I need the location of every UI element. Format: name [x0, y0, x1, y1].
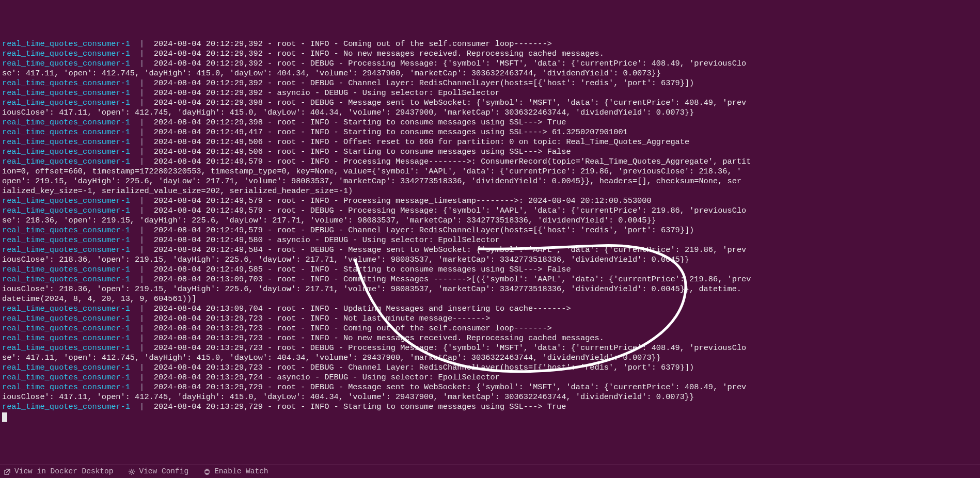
- timestamp: 2024-08-04 20:13:29,723: [154, 324, 263, 333]
- timestamp: 2024-08-04 20:12:49,417: [154, 128, 263, 137]
- log-message-continuation: iousClose': 417.11, 'open': 412.745, 'da…: [2, 392, 694, 402]
- log-message: Commiting Messages ------->[({'symbol': …: [343, 275, 751, 284]
- log-line: real_time_quotes_consumer-1 | 2024-08-04…: [2, 196, 978, 206]
- log-line: real_time_quotes_consumer-1 | 2024-08-04…: [2, 324, 978, 333]
- separator: |: [130, 245, 149, 254]
- service-name: real_time_quotes_consumer-1: [2, 402, 130, 411]
- log-line: real_time_quotes_consumer-1 | 2024-08-04…: [2, 157, 978, 167]
- log-message: Channel Layer: RedisChannelLayer(hosts=[…: [348, 363, 694, 372]
- logger-name: root: [277, 343, 296, 353]
- log-level: INFO: [310, 118, 329, 127]
- service-name: real_time_quotes_consumer-1: [2, 39, 130, 49]
- log-message: Coming out of the self.consumer loop----…: [343, 324, 552, 333]
- log-message-continuation: datetime(2024, 8, 4, 20, 13, 9, 604561))…: [2, 294, 196, 304]
- timestamp: 2024-08-04 20:13:29,729: [154, 383, 263, 392]
- log-level: DEBUG: [310, 226, 334, 235]
- log-message: Starting to consume messages using SSL--…: [343, 128, 628, 137]
- log-line: ion=0, offset=660, timestamp=17228023205…: [2, 167, 978, 177]
- separator: |: [130, 128, 149, 137]
- timestamp: 2024-08-04 20:12:29,398: [154, 118, 263, 127]
- log-line: se': 417.11, 'open': 412.745, 'dayHigh':…: [2, 69, 978, 78]
- log-line: real_time_quotes_consumer-1 | 2024-08-04…: [2, 206, 978, 216]
- log-line: real_time_quotes_consumer-1 | 2024-08-04…: [2, 343, 978, 353]
- service-name: real_time_quotes_consumer-1: [2, 78, 130, 88]
- log-line: real_time_quotes_consumer-1 | 2024-08-04…: [2, 118, 978, 128]
- log-level: DEBUG: [324, 373, 348, 382]
- logger-name: root: [277, 324, 296, 333]
- timestamp: 2024-08-04 20:13:29,723: [154, 343, 263, 353]
- log-message: Using selector: EpollSelector: [362, 88, 500, 98]
- log-message: Starting to consume messages using SSL--…: [343, 118, 566, 127]
- log-line: iousClose': 218.36, 'open': 219.15, 'day…: [2, 255, 978, 265]
- timestamp: 2024-08-04 20:13:29,729: [154, 402, 263, 411]
- service-name: real_time_quotes_consumer-1: [2, 265, 130, 274]
- logger-name: root: [277, 383, 296, 392]
- cursor: [2, 412, 7, 422]
- separator: |: [130, 402, 149, 411]
- log-level: INFO: [310, 137, 329, 147]
- log-message: Message sent to WebSocket: {'symbol': 'A…: [348, 245, 746, 254]
- service-name: real_time_quotes_consumer-1: [2, 88, 130, 98]
- separator: |: [130, 49, 149, 58]
- timestamp: 2024-08-04 20:13:29,723: [154, 333, 263, 343]
- timestamp: 2024-08-04 20:12:49,506: [154, 137, 263, 147]
- log-level: INFO: [310, 39, 329, 49]
- separator: |: [130, 78, 149, 88]
- enable-watch-label: Enable Watch: [214, 467, 268, 476]
- log-line: real_time_quotes_consumer-1 | 2024-08-04…: [2, 137, 978, 147]
- log-line: real_time_quotes_consumer-1 | 2024-08-04…: [2, 275, 978, 284]
- service-name: real_time_quotes_consumer-1: [2, 383, 130, 392]
- view-config-label: View Config: [139, 467, 188, 476]
- log-message: Coming out of the self.consumer loop----…: [343, 39, 552, 49]
- separator: |: [130, 343, 149, 353]
- log-line: real_time_quotes_consumer-1 | 2024-08-04…: [2, 49, 978, 59]
- log-line: real_time_quotes_consumer-1 | 2024-08-04…: [2, 373, 978, 383]
- log-level: DEBUG: [324, 88, 348, 98]
- separator: |: [130, 373, 149, 382]
- timestamp: 2024-08-04 20:12:49,579: [154, 157, 263, 166]
- timestamp: 2024-08-04 20:12:49,579: [154, 206, 263, 215]
- log-line: real_time_quotes_consumer-1 | 2024-08-04…: [2, 245, 978, 255]
- log-line: real_time_quotes_consumer-1 | 2024-08-04…: [2, 88, 978, 98]
- terminal-log-output[interactable]: real_time_quotes_consumer-1 | 2024-08-04…: [0, 39, 980, 422]
- external-link-icon: [3, 468, 11, 476]
- log-level: INFO: [310, 324, 329, 333]
- service-name: real_time_quotes_consumer-1: [2, 314, 130, 323]
- log-level: DEBUG: [310, 98, 334, 107]
- separator: |: [130, 383, 149, 392]
- service-name: real_time_quotes_consumer-1: [2, 226, 130, 235]
- separator: |: [130, 196, 149, 205]
- service-name: real_time_quotes_consumer-1: [2, 343, 130, 353]
- view-config-button[interactable]: View Config: [128, 467, 188, 476]
- timestamp: 2024-08-04 20:12:49,584: [154, 245, 263, 254]
- timestamp: 2024-08-04 20:12:29,392: [154, 59, 263, 68]
- log-level: DEBUG: [310, 206, 334, 215]
- log-message: Processing Message-------->: ConsumerRec…: [343, 157, 751, 166]
- separator: |: [130, 157, 149, 166]
- log-message: Processing Message: {'symbol': 'AAPL', '…: [348, 206, 746, 215]
- log-message: Channel Layer: RedisChannelLayer(hosts=[…: [348, 226, 694, 235]
- log-line: se': 218.36, 'open': 219.15, 'dayHigh': …: [2, 216, 978, 226]
- logger-name: root: [277, 49, 296, 58]
- timestamp: 2024-08-04 20:13:09,704: [154, 304, 263, 313]
- log-level: INFO: [310, 314, 329, 323]
- enable-watch-button[interactable]: Enable Watch: [203, 467, 268, 476]
- log-line: ialized_key_size=-1, serialized_value_si…: [2, 186, 978, 196]
- logger-name: root: [277, 98, 296, 107]
- service-name: real_time_quotes_consumer-1: [2, 157, 130, 166]
- log-line: iousClose': 417.11, 'open': 412.745, 'da…: [2, 392, 978, 402]
- logger-name: root: [277, 275, 296, 284]
- timestamp: 2024-08-04 20:12:49,506: [154, 147, 263, 156]
- timestamp: 2024-08-04 20:12:49,585: [154, 265, 263, 274]
- logger-name: root: [277, 206, 296, 215]
- log-level: DEBUG: [310, 363, 334, 372]
- log-level: DEBUG: [310, 78, 334, 88]
- view-docker-label: View in Docker Desktop: [14, 467, 113, 476]
- log-line: real_time_quotes_consumer-1 | 2024-08-04…: [2, 304, 978, 314]
- separator: |: [130, 324, 149, 333]
- log-level: DEBUG: [310, 59, 334, 68]
- view-docker-desktop-button[interactable]: View in Docker Desktop: [3, 467, 113, 476]
- log-level: INFO: [310, 196, 329, 205]
- log-message-continuation: se': 218.36, 'open': 219.15, 'dayHigh': …: [2, 216, 656, 225]
- service-name: real_time_quotes_consumer-1: [2, 59, 130, 68]
